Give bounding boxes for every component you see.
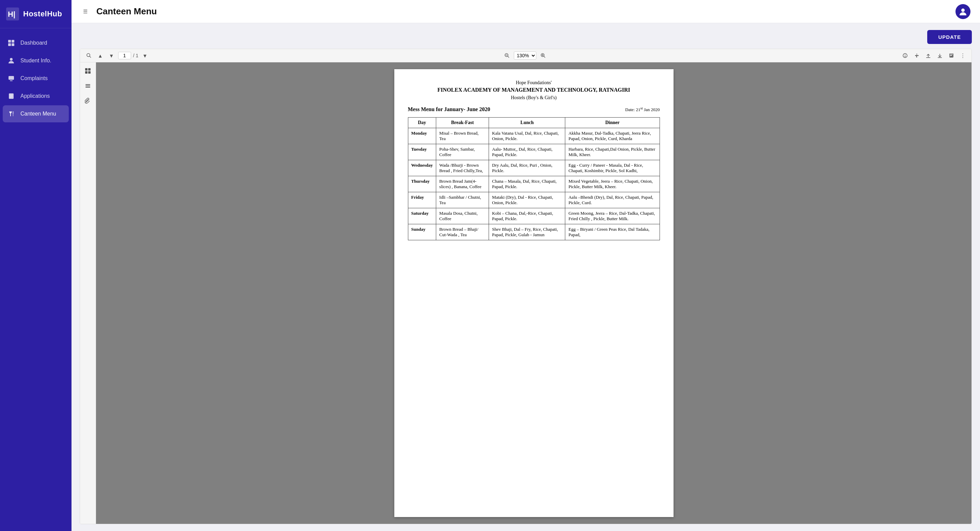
topbar: ☰ Canteen Menu <box>72 0 980 23</box>
cell-dinner-4: Aalu –Bhendi (Dry), Dal, Rice, Chapati, … <box>565 192 660 208</box>
cell-day-2: Wednesday <box>408 160 436 176</box>
hostelhub-logo-icon: H| <box>6 8 19 21</box>
svg-rect-7 <box>8 76 14 80</box>
pdf-upload-button[interactable] <box>923 51 933 60</box>
cell-day-6: Sunday <box>408 224 436 240</box>
institution-text: FINOLEX ACADEMY OF MANAGEMENT AND TECHNO… <box>408 87 660 93</box>
cell-breakfast-3: Brown Bread Jam(4-slices) , Banana, Coff… <box>436 176 489 192</box>
pdf-annotate-button[interactable] <box>900 51 910 60</box>
cell-dinner-6: Egg – Biryani / Green Peas Rice, Dal Tad… <box>565 224 660 240</box>
svg-rect-40 <box>86 86 90 86</box>
svg-rect-13 <box>13 113 14 114</box>
pdf-zoom-select[interactable]: 130% 100% 75% 150% <box>514 51 536 60</box>
pdf-next-page-button[interactable]: ▼ <box>107 51 116 60</box>
cell-dinner-1: Harbara, Rice, Chapati,Dal Onion, Pickle… <box>565 144 660 160</box>
pdf-prev-page-button[interactable]: ▲ <box>96 51 105 60</box>
cell-dinner-3: Mixed Vegetable, Jeera – Rice, Chapati, … <box>565 176 660 192</box>
pdf-page-dropdown-button[interactable]: ▼ <box>140 51 150 60</box>
sidebar-item-student-info-label: Student Info. <box>21 57 51 64</box>
sidebar-item-canteen-menu[interactable]: Canteen Menu <box>3 105 69 122</box>
cell-lunch-1: Aalu- Muttor,, Dal, Rice, Chapati, Papad… <box>489 144 565 160</box>
foundation-text: Hope Foundations' <box>408 80 660 86</box>
svg-rect-8 <box>10 80 13 81</box>
table-header-row: Day Break-Fast Lunch Dinner <box>408 118 660 128</box>
menu-table: Day Break-Fast Lunch Dinner Monday Misal… <box>408 117 660 240</box>
sidebar-title: HostelHub <box>23 10 62 18</box>
main-area: ☰ Canteen Menu UPDATE ▲ <box>72 0 980 531</box>
pdf-viewer: ▲ ▼ 1 / 1 ▼ 130% 100% 75% 150% <box>80 49 972 524</box>
col-breakfast: Break-Fast <box>436 118 489 128</box>
cell-lunch-3: Chana – Masala, Dal, Rice, Chapati, Papa… <box>489 176 565 192</box>
svg-rect-37 <box>85 71 88 73</box>
cell-breakfast-0: Misal – Brown Bread, Tea <box>436 128 489 144</box>
cell-lunch-4: Mataki (Dry), Dal - Rice, Chapati, Onion… <box>489 192 565 208</box>
svg-text:H|: H| <box>8 10 15 18</box>
table-row: Thursday Brown Bread Jam(4-slices) , Ban… <box>408 176 660 192</box>
pdf-zoom-in-button[interactable] <box>538 51 548 60</box>
col-day: Day <box>408 118 436 128</box>
svg-point-27 <box>905 56 905 57</box>
svg-point-15 <box>961 8 965 12</box>
complaints-icon <box>8 75 15 82</box>
pdf-more-button[interactable]: ⋮ <box>958 51 967 60</box>
content-area: UPDATE ▲ ▼ 1 / 1 ▼ <box>72 23 980 531</box>
pdf-search-button[interactable] <box>84 51 94 60</box>
date-text: Date: 21st Jan 2020 <box>625 106 660 112</box>
cell-breakfast-5: Masala Dosa, Chutni, Coffee <box>436 208 489 224</box>
cell-lunch-2: Dry Aalu, Dal, Rice, Puri , Onion, Pickl… <box>489 160 565 176</box>
cell-breakfast-1: Poha-Shev, Sambar, Coffee <box>436 144 489 160</box>
dashboard-icon <box>8 39 15 47</box>
applications-icon <box>8 92 15 100</box>
cell-day-3: Thursday <box>408 176 436 192</box>
student-info-icon <box>8 57 15 64</box>
menu-header: Hope Foundations' FINOLEX ACADEMY OF MAN… <box>408 80 660 100</box>
pdf-toolbar: ▲ ▼ 1 / 1 ▼ 130% 100% 75% 150% <box>80 49 972 62</box>
hostels-text: Hostels (Boy's & Girl's) <box>408 95 660 100</box>
pdf-list-view-button[interactable] <box>83 81 93 92</box>
sidebar: H| HostelHub Dashboard <box>0 0 72 531</box>
sidebar-item-applications[interactable]: Applications <box>0 88 72 105</box>
update-button[interactable]: UPDATE <box>927 30 972 44</box>
svg-point-6 <box>10 58 13 61</box>
svg-rect-14 <box>13 114 13 116</box>
pdf-download-button[interactable] <box>935 51 945 60</box>
svg-rect-38 <box>88 71 91 73</box>
cell-dinner-5: Green Moong, Jeera – Rice, Dal-Tadka, Ch… <box>565 208 660 224</box>
cell-day-4: Friday <box>408 192 436 208</box>
canteen-menu-icon <box>8 110 15 118</box>
cell-day-1: Tuesday <box>408 144 436 160</box>
table-row: Saturday Masala Dosa, Chutni, Coffee Kob… <box>408 208 660 224</box>
pdf-print-button[interactable] <box>947 51 956 60</box>
col-dinner: Dinner <box>565 118 660 128</box>
sidebar-item-student-info[interactable]: Student Info. <box>0 52 72 69</box>
cell-breakfast-2: Wada /Bhurji - Brown Bread , Fried Chill… <box>436 160 489 176</box>
pdf-move-button[interactable] <box>912 51 921 60</box>
pdf-page-total: / 1 <box>133 53 138 58</box>
menu-toggle-button[interactable]: ☰ <box>81 7 89 16</box>
pdf-content: Hope Foundations' FINOLEX ACADEMY OF MAN… <box>96 62 972 524</box>
pdf-thumbnail-view-button[interactable] <box>83 66 93 77</box>
svg-point-16 <box>87 54 90 57</box>
svg-line-24 <box>544 56 545 57</box>
sidebar-item-complaints-label: Complaints <box>21 75 48 81</box>
sidebar-item-dashboard[interactable]: Dashboard <box>0 34 72 51</box>
sidebar-nav: Dashboard Student Info. Complaints <box>0 28 72 531</box>
pdf-body: Hope Foundations' FINOLEX ACADEMY OF MAN… <box>80 62 972 524</box>
table-row: Tuesday Poha-Shev, Sambar, Coffee Aalu- … <box>408 144 660 160</box>
table-row: Monday Misal – Brown Bread, Tea Kala Vat… <box>408 128 660 144</box>
sidebar-item-complaints[interactable]: Complaints <box>0 70 72 87</box>
sidebar-item-applications-label: Applications <box>21 93 50 99</box>
avatar[interactable] <box>956 4 970 19</box>
cell-lunch-5: Kobi – Chana, Dal,-Rice, Chapati, Papad,… <box>489 208 565 224</box>
svg-rect-11 <box>10 96 13 97</box>
menu-date-row: Mess Menu for January- June 2020 Date: 2… <box>408 106 660 112</box>
cell-breakfast-4: Idli –Sambhar / Chutni, Tea <box>436 192 489 208</box>
table-row: Wednesday Wada /Bhurji - Brown Bread , F… <box>408 160 660 176</box>
cell-lunch-6: Shev Bhaji, Dal – Fry, Rice, Chapati, Pa… <box>489 224 565 240</box>
cell-day-5: Saturday <box>408 208 436 224</box>
mess-title-text: Mess Menu for January- June 2020 <box>408 106 490 112</box>
svg-line-17 <box>89 56 91 57</box>
pdf-attach-button[interactable] <box>83 96 93 107</box>
pdf-page-input[interactable]: 1 <box>118 52 131 59</box>
pdf-zoom-out-button[interactable] <box>502 51 512 60</box>
